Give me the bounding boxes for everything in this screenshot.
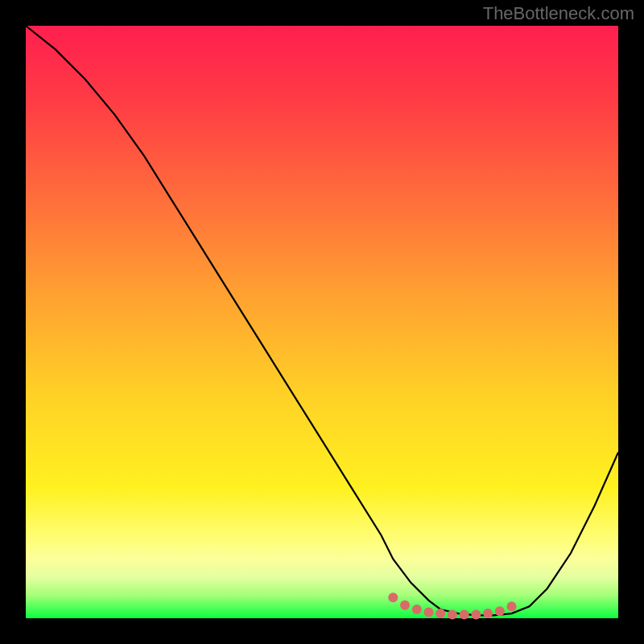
bottleneck-curve [26,26,618,615]
marker-dot [495,606,505,616]
marker-dot [424,608,434,617]
chart-frame: TheBottleneck.com [0,0,644,644]
marker-dot [388,592,398,602]
marker-dot [400,601,410,610]
marker-dot [507,601,517,611]
marker-dot [448,610,457,620]
marker-dot [436,609,445,618]
marker-dot [460,610,469,620]
marker-dot [471,610,481,620]
chart-svg [26,26,618,618]
marker-dot [412,605,422,614]
marker-dot [483,609,493,618]
watermark-text: TheBottleneck.com [483,3,634,24]
